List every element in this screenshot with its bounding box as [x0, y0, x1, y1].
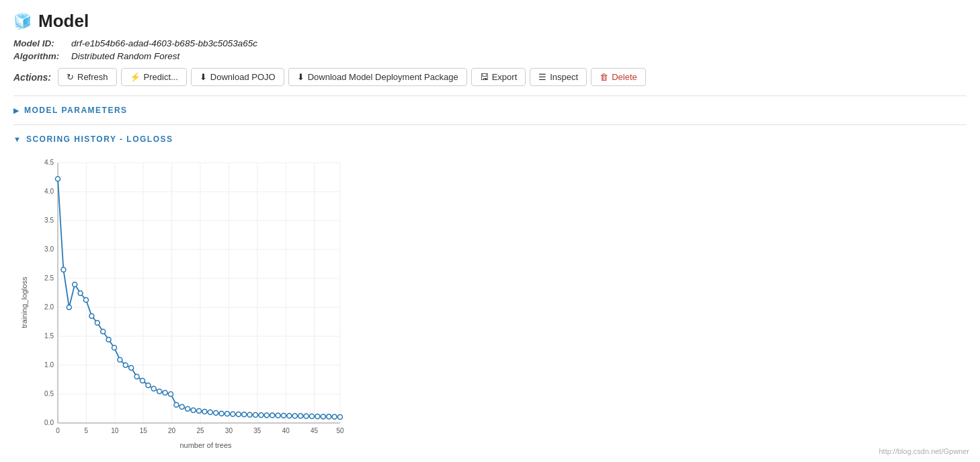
export-label: Export [492, 72, 518, 82]
svg-point-79 [253, 413, 258, 418]
svg-point-80 [259, 413, 263, 418]
page-container: 🧊 Model Model ID: drf-e1b54b66-adad-4603… [0, 0, 980, 460]
svg-point-52 [101, 330, 106, 334]
svg-point-82 [270, 413, 275, 418]
svg-point-81 [264, 413, 269, 418]
svg-point-91 [321, 414, 325, 419]
download-model-deployment-label: Download Model Deployment Package [308, 72, 458, 82]
svg-point-66 [179, 405, 184, 410]
watermark: http://blog.csdn.net/Gpwner [879, 447, 969, 455]
chart-wrapper: training_logloss [20, 156, 960, 449]
delete-icon: 🗑 [600, 72, 608, 82]
algorithm-label: Algorithm: [13, 51, 67, 61]
svg-text:50: 50 [336, 427, 344, 434]
refresh-button[interactable]: ↻ Refresh [58, 68, 117, 86]
svg-point-74 [225, 412, 230, 416]
actions-row: Actions: ↻ Refresh ⚡ Predict... ⬇ Downlo… [13, 68, 967, 86]
model-id-row: Model ID: drf-e1b54b66-adad-4603-b685-bb… [13, 38, 967, 48]
svg-point-44 [56, 177, 60, 182]
svg-text:1.0: 1.0 [44, 361, 54, 369]
svg-point-59 [140, 379, 145, 383]
svg-point-94 [338, 415, 343, 420]
download-pojo-icon: ⬇ [200, 72, 207, 82]
svg-text:10: 10 [111, 427, 119, 434]
svg-text:35: 35 [253, 427, 261, 434]
svg-point-69 [197, 409, 202, 414]
svg-point-75 [231, 412, 235, 416]
svg-point-54 [112, 346, 117, 350]
svg-text:2.0: 2.0 [44, 303, 54, 311]
svg-point-56 [123, 363, 128, 368]
svg-point-68 [191, 408, 196, 413]
algorithm-row: Algorithm: Distributed Random Forest [13, 51, 967, 61]
svg-point-63 [163, 391, 167, 395]
svg-text:45: 45 [311, 427, 319, 434]
svg-point-62 [157, 389, 162, 394]
svg-text:5: 5 [85, 427, 89, 434]
predict-button[interactable]: ⚡ Predict... [121, 68, 187, 86]
model-parameters-section-header[interactable]: ▶ MODEL PARAMETERS [13, 100, 967, 120]
x-axis-label: number of trees [31, 441, 354, 449]
svg-point-58 [134, 375, 139, 379]
svg-text:30: 30 [225, 427, 233, 434]
download-model-deployment-icon: ⬇ [297, 72, 304, 82]
svg-point-50 [89, 314, 94, 319]
svg-point-92 [327, 414, 331, 419]
svg-text:2.5: 2.5 [44, 274, 54, 282]
svg-point-48 [78, 291, 83, 296]
export-button[interactable]: 🖫 Export [471, 68, 526, 86]
delete-button[interactable]: 🗑 Delete [591, 68, 646, 86]
refresh-icon: ↻ [67, 72, 74, 82]
svg-text:40: 40 [282, 427, 290, 434]
svg-text:1.5: 1.5 [44, 332, 54, 340]
svg-point-51 [95, 321, 99, 325]
svg-text:0: 0 [56, 427, 60, 434]
svg-point-64 [169, 392, 173, 397]
svg-point-83 [276, 413, 280, 418]
export-icon: 🖫 [480, 72, 489, 82]
svg-point-70 [202, 410, 207, 414]
svg-point-47 [73, 282, 77, 287]
svg-point-45 [61, 268, 66, 272]
svg-point-46 [67, 305, 71, 310]
svg-text:15: 15 [140, 427, 148, 434]
model-id-label: Model ID: [13, 38, 67, 48]
chart-inner: 0.0 0.5 1.0 1.5 2.0 2.5 3.0 3.5 4.0 4.5 … [31, 156, 960, 449]
divider-1 [13, 95, 967, 96]
svg-text:0.5: 0.5 [44, 390, 54, 397]
svg-point-78 [247, 412, 252, 417]
predict-label: Predict... [144, 72, 178, 82]
scoring-history-toggle: ▼ [13, 135, 21, 143]
svg-point-87 [298, 414, 303, 418]
download-model-deployment-button[interactable]: ⬇ Download Model Deployment Package [288, 68, 467, 86]
svg-point-65 [174, 403, 179, 408]
scoring-history-section-header[interactable]: ▼ SCORING HISTORY - LOGLOSS [13, 129, 967, 149]
chart-area: training_logloss [13, 156, 967, 449]
svg-point-89 [310, 414, 315, 419]
inspect-button[interactable]: ☰ Inspect [530, 68, 587, 86]
svg-point-57 [129, 366, 134, 371]
svg-point-49 [84, 298, 89, 303]
svg-point-86 [292, 414, 297, 418]
model-parameters-toggle: ▶ [13, 106, 19, 115]
svg-point-55 [118, 358, 122, 362]
meta-info: Model ID: drf-e1b54b66-adad-4603-b685-bb… [13, 38, 967, 61]
predict-icon: ⚡ [130, 72, 140, 82]
svg-point-53 [106, 338, 111, 342]
refresh-label: Refresh [77, 72, 108, 82]
svg-text:4.5: 4.5 [44, 159, 54, 166]
svg-point-60 [146, 383, 151, 388]
model-id-value: drf-e1b54b66-adad-4603-b685-bb3c5053a65c [71, 38, 257, 48]
page-title: Model [38, 11, 89, 32]
chart-svg: 0.0 0.5 1.0 1.5 2.0 2.5 3.0 3.5 4.0 4.5 … [31, 156, 354, 438]
download-pojo-button[interactable]: ⬇ Download POJO [191, 68, 284, 86]
svg-text:20: 20 [168, 427, 176, 434]
divider-2 [13, 124, 967, 125]
algorithm-value: Distributed Random Forest [71, 51, 179, 61]
y-axis-label: training_logloss [20, 156, 28, 449]
svg-point-61 [151, 387, 156, 391]
svg-text:3.5: 3.5 [44, 217, 54, 224]
svg-text:4.0: 4.0 [44, 188, 54, 195]
svg-point-71 [208, 410, 212, 415]
svg-text:25: 25 [196, 427, 204, 434]
